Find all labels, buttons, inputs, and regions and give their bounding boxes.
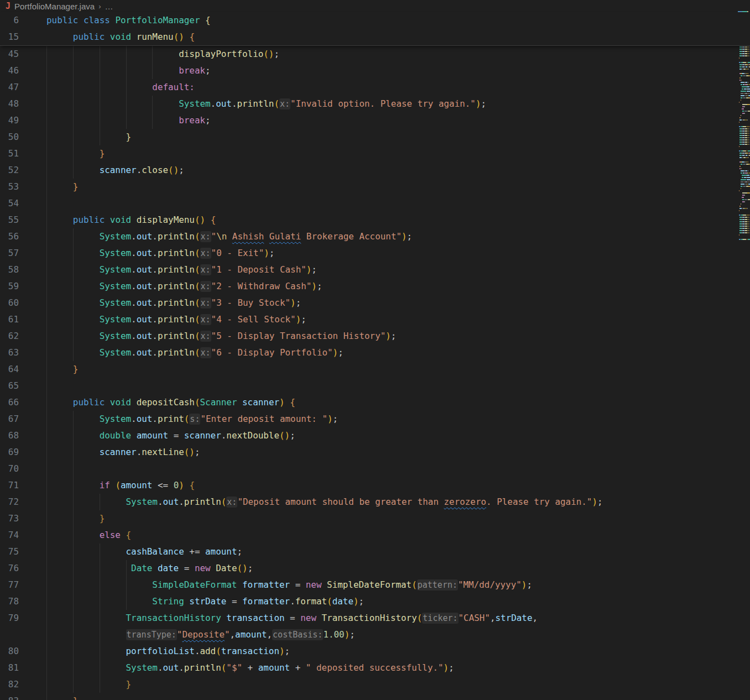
code-line[interactable]: 56 System.out.println(x:"\n Ashish Gulat… [0, 228, 750, 245]
code-line[interactable]: 79 TransactionHistory transaction = new … [0, 610, 750, 626]
code-text: System.out.println(x:"2 - Withdraw Cash"… [46, 278, 322, 295]
code-line[interactable]: 57 System.out.println(x:"0 - Exit"); [0, 245, 750, 262]
code-line[interactable]: 73 } [0, 510, 750, 527]
line-number[interactable]: 65 [0, 378, 19, 394]
code-line[interactable]: 45 displayPortfolio(); [0, 46, 750, 62]
line-number[interactable]: 51 [0, 145, 19, 162]
code-line[interactable]: 69 scanner.nextLine(); [0, 444, 750, 461]
minimap-line [738, 86, 750, 87]
code-line[interactable]: 61 System.out.println(x:"4 - Sell Stock"… [0, 311, 750, 328]
line-number[interactable]: 50 [0, 129, 19, 145]
code-line[interactable]: 63 System.out.println(x:"6 - Display Por… [0, 344, 750, 361]
line-number[interactable]: 68 [0, 427, 19, 444]
sticky-code-line[interactable]: 6public class PortfolioManager { [0, 12, 750, 29]
line-number[interactable]: 83 [0, 693, 19, 700]
sticky-code-line[interactable]: 15 public void runMenu() { [0, 29, 750, 45]
line-number[interactable]: 75 [0, 544, 19, 560]
code-text: System.out.println(x:"Invalid option. Pl… [46, 96, 486, 112]
line-number[interactable]: 78 [0, 593, 19, 610]
line-number[interactable]: 55 [0, 212, 19, 228]
code-text: portfolioList.add(transaction); [46, 643, 290, 660]
line-number[interactable]: 59 [0, 278, 19, 295]
line-number[interactable]: 46 [0, 62, 19, 79]
line-number[interactable]: 74 [0, 527, 19, 544]
line-number[interactable]: 45 [0, 46, 19, 62]
code-line[interactable]: 77 SimpleDateFormat formatter = new Simp… [0, 577, 750, 593]
line-number[interactable]: 73 [0, 510, 19, 527]
code-line[interactable]: 59 System.out.println(x:"2 - Withdraw Ca… [0, 278, 750, 295]
code-line[interactable]: 50 } [0, 129, 750, 145]
code-line[interactable]: 68 double amount = scanner.nextDouble(); [0, 427, 750, 444]
code-area[interactable]: 45 displayPortfolio();46 break;47 defaul… [0, 46, 750, 700]
code-line[interactable]: 66 public void depositCash(Scanner scann… [0, 394, 750, 411]
line-number[interactable]: 49 [0, 112, 19, 129]
line-number[interactable]: 61 [0, 311, 19, 328]
line-number[interactable]: 82 [0, 676, 19, 693]
code-line[interactable]: 58 System.out.println(x:"1 - Deposit Cas… [0, 262, 750, 278]
line-number[interactable]: 54 [0, 195, 19, 212]
line-number[interactable]: 80 [0, 643, 19, 660]
line-number[interactable]: 53 [0, 179, 19, 195]
code-text: cashBalance += amount; [46, 544, 242, 560]
code-line[interactable]: 65 [0, 378, 750, 394]
chevron-right-icon: › [98, 2, 101, 11]
code-line[interactable]: 78 String strDate = formatter.format(dat… [0, 593, 750, 610]
code-line[interactable]: 48 System.out.println(x:"Invalid option.… [0, 96, 750, 112]
line-number[interactable]: 67 [0, 411, 19, 427]
line-number[interactable]: 52 [0, 162, 19, 179]
line-number[interactable]: 63 [0, 344, 19, 361]
code-line[interactable]: 49 break; [0, 112, 750, 129]
line-number[interactable]: 58 [0, 262, 19, 278]
line-number[interactable]: 15 [0, 29, 19, 45]
minimap-line [738, 168, 750, 169]
code-line[interactable]: 54 [0, 195, 750, 212]
code-line[interactable]: 46 break; [0, 62, 750, 79]
code-line[interactable]: 51 } [0, 145, 750, 162]
line-number[interactable]: 79 [0, 610, 19, 626]
code-line[interactable]: 47 default: [0, 79, 750, 96]
code-line[interactable]: 71 if (amount <= 0) { [0, 477, 750, 494]
code-line[interactable]: 64 } [0, 361, 750, 378]
minimap-line [738, 62, 750, 63]
line-number[interactable]: 71 [0, 477, 19, 494]
line-number[interactable]: 57 [0, 245, 19, 262]
code-line[interactable]: 53 } [0, 179, 750, 195]
code-text: } [46, 179, 78, 195]
line-number[interactable]: 64 [0, 361, 19, 378]
minimap[interactable] [738, 11, 750, 700]
line-number[interactable]: 69 [0, 444, 19, 461]
breadcrumb-file-name[interactable]: PortfolioManager.java [14, 2, 95, 11]
line-number[interactable]: 56 [0, 228, 19, 245]
breadcrumb-ellipsis[interactable]: … [105, 2, 113, 11]
code-line[interactable]: 72 System.out.println(x:"Deposit amount … [0, 494, 750, 510]
minimap-line [738, 166, 750, 167]
line-number[interactable]: 70 [0, 461, 19, 477]
line-number[interactable]: 72 [0, 494, 19, 510]
code-line[interactable]: 62 System.out.println(x:"5 - Display Tra… [0, 328, 750, 344]
code-line[interactable]: 80 portfolioList.add(transaction); [0, 643, 750, 660]
line-number[interactable]: 6 [0, 12, 19, 29]
code-line[interactable]: 55 public void displayMenu() { [0, 212, 750, 228]
line-number[interactable]: 77 [0, 577, 19, 593]
code-line[interactable]: 83 } [0, 693, 750, 700]
code-line[interactable]: 67 System.out.print(s:"Enter deposit amo… [0, 411, 750, 427]
code-text: double amount = scanner.nextDouble(); [46, 427, 295, 444]
code-line[interactable]: 81 System.out.println("$" + amount + " d… [0, 660, 750, 676]
line-number[interactable]: 47 [0, 79, 19, 96]
code-line[interactable]: 74 else { [0, 527, 750, 544]
code-line[interactable]: 76 Date date = new Date(); [0, 560, 750, 577]
line-number[interactable]: 60 [0, 295, 19, 311]
code-text: System.out.println(x:"0 - Exit"); [46, 245, 274, 262]
line-number[interactable]: 48 [0, 96, 19, 112]
code-line[interactable]: transType:"Deposite",amount,costBasis:1.… [0, 626, 750, 643]
code-line[interactable]: 82 } [0, 676, 750, 693]
code-line[interactable]: 52 scanner.close(); [0, 162, 750, 179]
line-number[interactable]: 66 [0, 394, 19, 411]
code-line[interactable]: 70 [0, 461, 750, 477]
line-number[interactable]: 62 [0, 328, 19, 344]
line-number[interactable]: 81 [0, 660, 19, 676]
line-number[interactable]: 76 [0, 560, 19, 577]
code-line[interactable]: 75 cashBalance += amount; [0, 544, 750, 560]
code-line[interactable]: 60 System.out.println(x:"3 - Buy Stock")… [0, 295, 750, 311]
sticky-scroll[interactable]: 6public class PortfolioManager {15 publi… [0, 12, 750, 46]
